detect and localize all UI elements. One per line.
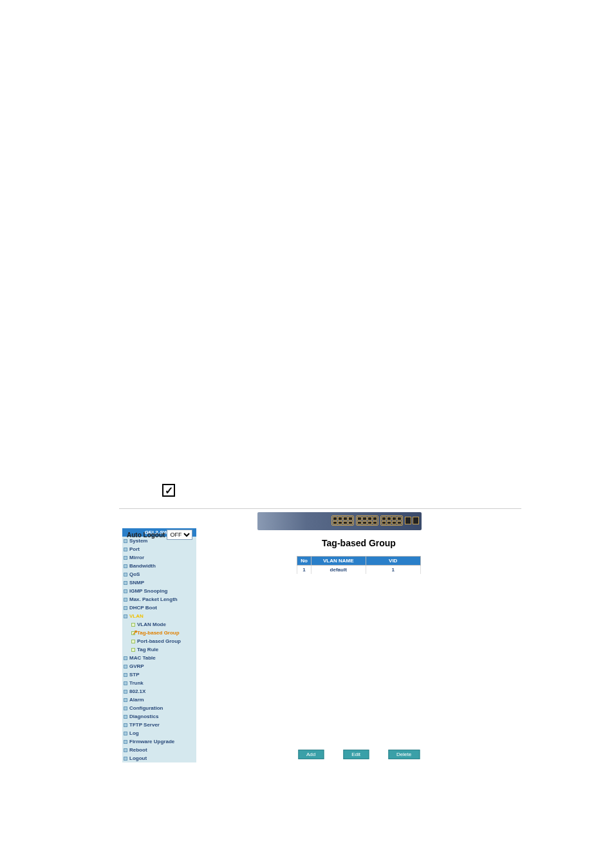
sfp-block[interactable] (405, 515, 419, 526)
auto-logout-select[interactable]: OFF (167, 530, 192, 540)
sidebar-item-qos[interactable]: QoS (122, 570, 196, 578)
bullet-icon (124, 723, 127, 727)
sidebar-item-802-1x[interactable]: 802.1X (122, 687, 196, 696)
sidebar-item-label: Alarm (129, 696, 144, 703)
sidebar-item-port[interactable]: Port (122, 545, 196, 553)
sidebar-item-label: 802.1X (129, 688, 145, 695)
bullet-icon (124, 706, 127, 710)
port-block-2[interactable] (356, 515, 378, 526)
sidebar-item-gvrp[interactable]: GVRP (122, 662, 196, 670)
sidebar-item-label: Mirror (129, 554, 144, 561)
sidebar-item-dhcp-boot[interactable]: DHCP Boot (122, 604, 196, 612)
add-button[interactable]: Add (298, 750, 324, 759)
main-panel: Tag-based Group No VLAN NAME VID 1defaul… (196, 528, 521, 762)
vlan-table: No VLAN NAME VID 1default1 (297, 556, 420, 574)
cursor-icon: ↖ (133, 629, 138, 636)
bullet-icon (124, 715, 127, 719)
sidebar-item-alarm[interactable]: Alarm (122, 696, 196, 704)
bullet-icon (124, 681, 127, 685)
content-row: GEL2-SW24 SystemPortMirrorBandwidthQoSSN… (119, 528, 521, 762)
sidebar-item-max-packet-length[interactable]: Max. Packet Length (122, 595, 196, 604)
bullet-icon (124, 556, 127, 560)
sidebar-item-trunk[interactable]: Trunk (122, 679, 196, 687)
bullet-icon (124, 598, 127, 602)
bullet-icon (124, 548, 127, 551)
sidebar-item-label: Configuration (129, 705, 163, 712)
port-block-1[interactable] (331, 515, 354, 526)
sidebar-item-label: Firmware Upgrade (129, 738, 174, 745)
sidebar-item-label: GVRP (129, 663, 144, 670)
col-name: VLAN NAME (311, 557, 366, 566)
sidebar-item-snmp[interactable]: SNMP (122, 578, 196, 587)
sidebar-item-reboot[interactable]: Reboot (122, 746, 196, 754)
sidebar-item-configuration[interactable]: Configuration (122, 704, 196, 712)
port-block-3[interactable] (380, 515, 403, 526)
sidebar-item-label: IGMP Snooping (129, 587, 167, 595)
sidebar-item-vlan[interactable]: VLAN (122, 612, 196, 620)
cell-no: 1 (297, 566, 311, 575)
bullet-icon (124, 698, 127, 702)
auto-logout-label: Auto Logout (127, 531, 165, 539)
sidebar-list: SystemPortMirrorBandwidthQoSSNMPIGMP Sno… (122, 537, 196, 762)
sidebar-item-log[interactable]: Log (122, 729, 196, 737)
port-panel (331, 515, 419, 526)
sidebar-item-stp[interactable]: STP (122, 670, 196, 679)
sidebar-item-label: Tag Rule (137, 646, 158, 653)
bullet-icon (124, 748, 127, 752)
sidebar-item-label: TFTP Server (129, 721, 160, 728)
sidebar-item-label: VLAN (129, 613, 144, 620)
sidebar-item-firmware-upgrade[interactable]: Firmware Upgrade (122, 737, 196, 746)
bullet-icon (124, 732, 127, 735)
action-button-row: Add Edit Delete (298, 750, 420, 759)
sidebar-item-diagnostics[interactable]: Diagnostics (122, 712, 196, 721)
sidebar-item-igmp-snooping[interactable]: IGMP Snooping (122, 587, 196, 595)
sidebar: GEL2-SW24 SystemPortMirrorBandwidthQoSSN… (122, 528, 196, 762)
bullet-icon (131, 623, 135, 627)
sidebar-item-mirror[interactable]: Mirror (122, 553, 196, 562)
auto-logout-control: Auto Logout OFF (127, 530, 192, 540)
sidebar-item-tftp-server[interactable]: TFTP Server (122, 721, 196, 729)
bullet-icon (124, 740, 127, 744)
bullet-icon (124, 564, 127, 568)
edit-button[interactable]: Edit (343, 750, 369, 759)
sidebar-item-label: DHCP Boot (129, 604, 157, 611)
checkbox-symbol: ✓ (162, 484, 175, 497)
sidebar-item-label: Trunk (129, 679, 144, 687)
bullet-icon (131, 648, 135, 652)
switch-admin-ui: Auto Logout OFF (119, 508, 521, 734)
sidebar-item-logout[interactable]: Logout (122, 754, 196, 762)
sidebar-item-label: Diagnostics (129, 713, 158, 720)
delete-button[interactable]: Delete (388, 750, 420, 759)
sidebar-item-label: QoS (129, 571, 140, 578)
sidebar-item-label: Tag-based Group (137, 629, 180, 636)
col-no: No (297, 557, 311, 566)
sidebar-item-label: STP (129, 671, 140, 678)
bullet-icon (124, 573, 127, 577)
bullet-icon (124, 665, 127, 669)
sidebar-item-label: VLAN Mode (137, 621, 166, 628)
bullet-icon (124, 673, 127, 677)
sidebar-item-vlan-mode[interactable]: VLAN Mode (130, 620, 196, 629)
sidebar-item-bandwidth[interactable]: Bandwidth (122, 562, 196, 570)
sidebar-item-label: Log (129, 730, 139, 737)
sidebar-item-label: Bandwidth (129, 562, 156, 569)
sidebar-item-label: Logout (129, 755, 147, 762)
switch-device-graphic (257, 512, 422, 530)
bullet-icon (124, 589, 127, 593)
table-row[interactable]: 1default1 (297, 566, 420, 575)
sidebar-item-mac-table[interactable]: MAC Table (122, 654, 196, 662)
sidebar-item-label: Port-based Group (137, 638, 181, 645)
sidebar-item-port-based-group[interactable]: Port-based Group (130, 637, 196, 645)
sidebar-item-label: Port (129, 546, 140, 553)
cell-vid: 1 (366, 566, 420, 575)
sidebar-item-tag-based-group[interactable]: Tag-based Group↖ (130, 629, 196, 637)
bullet-icon (131, 640, 135, 643)
bullet-icon (124, 690, 127, 694)
bullet-icon (124, 614, 127, 618)
table-header-row: No VLAN NAME VID (297, 557, 420, 566)
sidebar-item-label: MAC Table (129, 654, 156, 661)
sidebar-item-tag-rule[interactable]: Tag Rule (130, 645, 196, 654)
bullet-icon (124, 581, 127, 585)
bullet-icon (124, 606, 127, 610)
page-title: Tag-based Group (206, 538, 512, 548)
